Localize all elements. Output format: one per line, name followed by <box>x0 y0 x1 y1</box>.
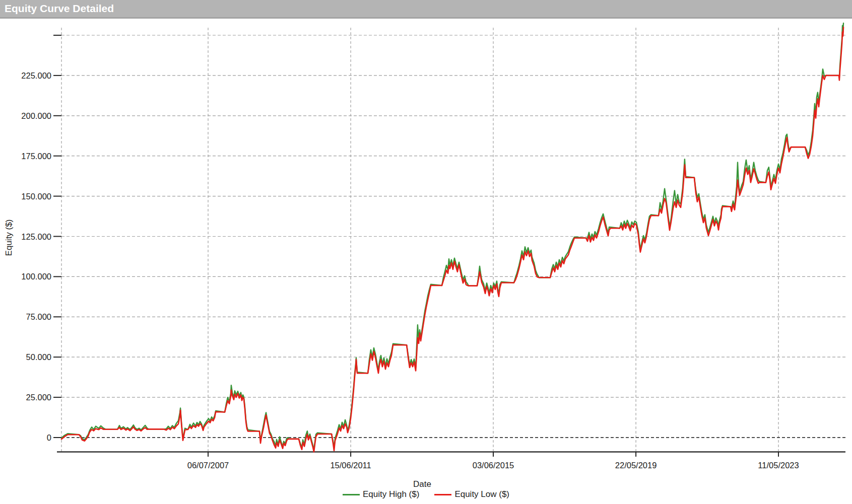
y-tick-label: 175.000 <box>21 152 51 161</box>
equity-low-line-swatch-icon <box>434 494 451 495</box>
y-tick-label: 0 <box>47 433 51 442</box>
y-axis-title: Equity ($) <box>4 207 14 268</box>
y-tick-label: 100.000 <box>21 272 51 281</box>
x-tick-label: 22/05/2019 <box>615 461 657 470</box>
window-title: Equity Curve Detailed <box>5 3 114 14</box>
legend-label-equity-low: Equity Low ($) <box>454 489 509 499</box>
x-tick-label: 03/06/2015 <box>473 461 514 470</box>
equity-report-window: 025.00050.00075.000100.000125.000150.000… <box>0 0 852 504</box>
window-title-bar: Equity Curve Detailed <box>0 0 852 19</box>
y-tick-label: 225.000 <box>21 71 51 80</box>
x-tick-label: 06/07/2007 <box>187 461 229 470</box>
y-tick-label: 75.000 <box>26 312 51 321</box>
equity-high-line-swatch-icon <box>343 494 360 495</box>
x-tick-label: 15/06/2011 <box>330 461 371 470</box>
x-axis-title: Date <box>0 479 844 489</box>
y-tick-label: 25.000 <box>26 393 51 402</box>
equity-curve-chart: 025.00050.00075.000100.000125.000150.000… <box>0 0 852 504</box>
legend-item-equity-low: Equity Low ($) <box>434 489 509 499</box>
y-tick-label: 150.000 <box>21 192 51 201</box>
equity-low-series-line <box>61 27 843 452</box>
chart-legend: Equity High ($) Equity Low ($) <box>0 489 852 499</box>
y-tick-label: 125.000 <box>21 232 51 241</box>
y-tick-label: 50.000 <box>26 352 51 362</box>
legend-item-equity-high: Equity High ($) <box>343 489 419 499</box>
legend-label-equity-high: Equity High ($) <box>363 489 419 499</box>
x-tick-label: 11/05/2023 <box>758 461 799 470</box>
y-tick-label: 200.000 <box>21 111 51 120</box>
